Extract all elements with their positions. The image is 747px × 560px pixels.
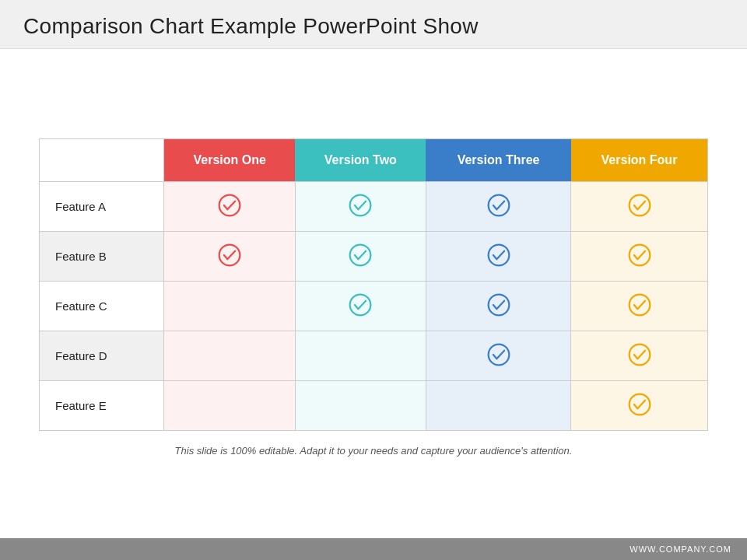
checkmark-icon	[348, 243, 373, 268]
checkmark-icon	[486, 193, 511, 218]
th-version-one: Version One	[164, 139, 296, 182]
check-cell-r1-c0	[164, 232, 296, 282]
th-empty	[40, 139, 164, 182]
svg-point-11	[488, 345, 509, 366]
check-cell-r4-c3	[571, 381, 708, 431]
slide: Comparison Chart Example PowerPoint Show…	[0, 0, 747, 560]
svg-point-0	[219, 195, 240, 216]
check-cell-r1-c3	[571, 232, 708, 282]
th-version-three: Version Three	[426, 139, 571, 182]
check-cell-r2-c1	[295, 282, 426, 331]
bottom-bar: WWW.COMPANY.COM	[0, 538, 747, 560]
check-cell-r0-c0	[164, 182, 296, 232]
slide-content: Version One Version Two Version Three Ve…	[0, 49, 747, 538]
svg-point-10	[629, 295, 650, 316]
checkmark-icon	[627, 392, 652, 417]
feature-label: Feature B	[40, 232, 164, 282]
check-cell-r0-c2	[426, 182, 571, 232]
checkmark-icon	[217, 193, 242, 218]
check-cell-r3-c3	[571, 331, 708, 381]
th-version-two: Version Two	[295, 139, 426, 182]
svg-point-13	[629, 394, 650, 415]
check-cell-r1-c1	[295, 232, 426, 282]
svg-point-12	[629, 345, 650, 366]
svg-point-8	[350, 295, 371, 316]
check-cell-r0-c3	[571, 182, 708, 232]
table-body: Feature A Feature B	[40, 182, 708, 431]
checkmark-icon	[486, 342, 511, 367]
check-cell-r2-c0	[164, 282, 296, 331]
feature-label: Feature A	[40, 182, 164, 232]
svg-point-3	[629, 195, 650, 216]
check-cell-r3-c1	[295, 331, 426, 381]
table-row: Feature D	[40, 331, 708, 381]
bottom-url: WWW.COMPANY.COM	[630, 544, 731, 554]
checkmark-icon	[486, 292, 511, 317]
checkmark-icon	[348, 193, 373, 218]
comparison-table: Version One Version Two Version Three Ve…	[39, 138, 708, 431]
svg-point-7	[629, 245, 650, 266]
feature-label: Feature E	[40, 381, 164, 431]
checkmark-icon	[217, 243, 242, 268]
svg-point-2	[488, 195, 509, 216]
checkmark-icon	[627, 342, 652, 367]
th-version-four: Version Four	[571, 139, 708, 182]
check-cell-r1-c2	[426, 232, 571, 282]
check-cell-r2-c3	[571, 282, 708, 331]
footer-text: This slide is 100% editable. Adapt it to…	[175, 445, 573, 457]
check-cell-r3-c0	[164, 331, 296, 381]
table-row: Feature C	[40, 282, 708, 331]
table-row: Feature B	[40, 232, 708, 282]
header-bar: Comparison Chart Example PowerPoint Show	[0, 0, 747, 49]
table-row: Feature A	[40, 182, 708, 232]
check-cell-r4-c2	[426, 381, 571, 431]
svg-point-1	[350, 195, 371, 216]
svg-point-5	[350, 245, 371, 266]
check-cell-r4-c1	[295, 381, 426, 431]
table-header-row: Version One Version Two Version Three Ve…	[40, 139, 708, 182]
slide-title: Comparison Chart Example PowerPoint Show	[23, 14, 724, 39]
feature-label: Feature D	[40, 331, 164, 381]
check-cell-r2-c2	[426, 282, 571, 331]
check-cell-r4-c0	[164, 381, 296, 431]
checkmark-icon	[627, 292, 652, 317]
feature-label: Feature C	[40, 282, 164, 331]
check-cell-r0-c1	[295, 182, 426, 232]
svg-point-9	[488, 295, 509, 316]
checkmark-icon	[627, 193, 652, 218]
table-row: Feature E	[40, 381, 708, 431]
check-cell-r3-c2	[426, 331, 571, 381]
svg-point-6	[488, 245, 509, 266]
checkmark-icon	[486, 243, 511, 268]
checkmark-icon	[348, 292, 373, 317]
checkmark-icon	[627, 243, 652, 268]
svg-point-4	[219, 245, 240, 266]
